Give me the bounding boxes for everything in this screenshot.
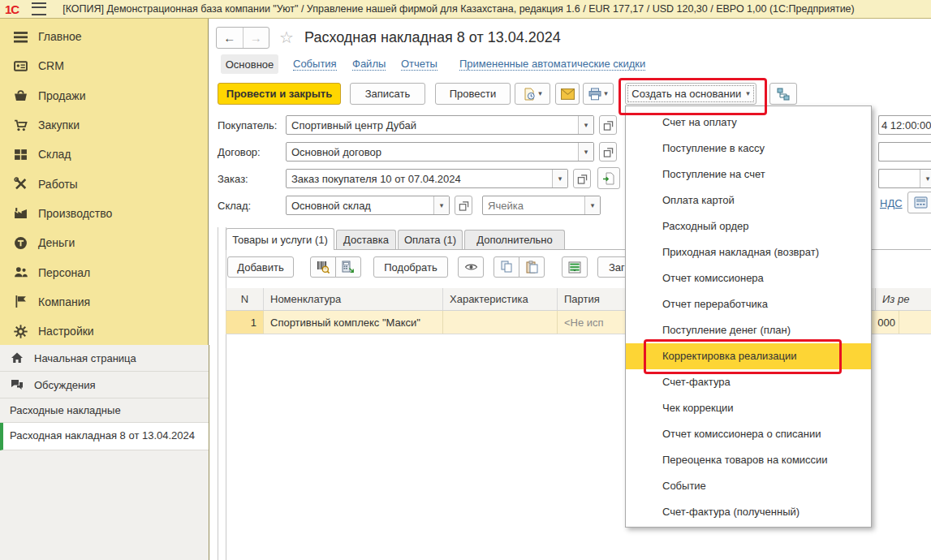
tab-payment[interactable]: Оплата (1) [398, 230, 463, 249]
menu-item-bank-receipt[interactable]: Поступление на счет [626, 162, 871, 187]
sidebar-item-label: Персонал [38, 266, 90, 279]
sidebar-item-crm[interactable]: CRM [0, 51, 208, 80]
tab-events[interactable]: События [293, 58, 337, 71]
warehouse-cell-field[interactable]: ▾ [482, 196, 601, 215]
discussions-item[interactable]: Обсуждения [0, 372, 209, 398]
menu-item-correction-check[interactable]: Чек коррекции [626, 395, 871, 421]
buyer-value: Спортивный центр Дубай [287, 119, 578, 131]
menu-item-commission-goods-revaluation[interactable]: Переоценка товаров на комиссии [626, 447, 871, 473]
order-field[interactable]: Заказ покупателя 10 от 07.04.2024 ▾ [286, 169, 568, 188]
menu-item-commissioner-writeoff-report[interactable]: Отчет комиссионера о списании [626, 421, 871, 447]
sidebar-item-sales[interactable]: Продажи [0, 81, 208, 110]
cell-reserve[interactable] [899, 311, 931, 334]
vat-price-link[interactable]: НДС [880, 197, 903, 209]
sidebar-item-works[interactable]: Работы [0, 169, 208, 198]
right-combo-field[interactable]: ▾ [878, 169, 931, 188]
menu-item-expense-order[interactable]: Расходный ордер [626, 213, 871, 239]
sidebar-item-settings[interactable]: Настройки [0, 317, 208, 346]
document-structure-button[interactable] [769, 83, 797, 105]
sidebar-item-purchases[interactable]: Закупки [0, 110, 208, 140]
send-email-button[interactable] [555, 83, 580, 105]
menu-item-sales-correction[interactable]: Корректировка реализации [626, 343, 871, 369]
menu-item-planned-money-receipt[interactable]: Поступление денег (план) [626, 317, 871, 343]
chevron-down-icon[interactable]: ▾ [578, 143, 593, 161]
chevron-down-icon[interactable]: ▾ [552, 170, 567, 187]
warehouse-value: Основной склад [287, 200, 433, 212]
create-task-button[interactable]: ▾ [515, 83, 550, 105]
chevron-down-icon[interactable]: ▾ [920, 170, 931, 187]
menu-item-tax-invoice[interactable]: Счет-фактура [626, 369, 871, 395]
table-settings-button[interactable] [562, 256, 588, 278]
column-header-characteristic[interactable]: Характеристика [443, 288, 558, 310]
contract-field[interactable]: Основной договор ▾ [286, 142, 594, 162]
tab-goods-services[interactable]: Товары и услуги (1) [226, 228, 334, 250]
sidebar-item-main[interactable]: Главное [0, 22, 208, 51]
menu-item-received-tax-invoice[interactable]: Счет-фактура (полученный) [626, 499, 871, 525]
barcode-scan-button[interactable] [310, 256, 336, 278]
tab-files[interactable]: Файлы [352, 58, 386, 71]
tab-auto-discounts[interactable]: Примененные автоматические скидки [459, 58, 645, 71]
home-page-item[interactable]: Начальная страница [0, 345, 209, 372]
column-header-reserve-fragment[interactable]: Из ре [875, 288, 931, 310]
window-tab-invoices-list[interactable]: Расходные накладные [0, 398, 209, 423]
sidebar-item-money[interactable]: Деньги [0, 228, 208, 257]
post-button[interactable]: Провести [435, 83, 511, 105]
forward-button[interactable]: → [244, 28, 269, 48]
column-header-n[interactable]: N [226, 288, 264, 310]
contract-open-button[interactable] [599, 142, 617, 162]
warehouse-open-button[interactable] [455, 196, 472, 215]
pick-items-button[interactable]: Подобрать [373, 256, 448, 278]
main-menu-icon[interactable] [32, 2, 46, 15]
order-open-button[interactable] [573, 169, 591, 188]
menu-item-commissioner-report[interactable]: Отчет комиссионера [626, 265, 871, 291]
cell-row-number[interactable]: 1 [226, 311, 264, 334]
save-button[interactable]: Записать [350, 83, 425, 105]
envelope-icon [561, 88, 575, 100]
sidebar-item-production[interactable]: Производство [0, 199, 208, 228]
tab-main[interactable]: Основное [221, 54, 278, 74]
chevron-down-icon: ▾ [746, 90, 750, 97]
right-empty-field[interactable] [878, 142, 931, 162]
create-based-on-menu: Счет на оплату Поступление в кассу Посту… [625, 106, 872, 528]
menu-item-return-invoice[interactable]: Приходная накладная (возврат) [626, 239, 871, 265]
tab-additional[interactable]: Дополнительно [464, 230, 565, 249]
menu-item-processor-report[interactable]: Отчет переработчика [626, 291, 871, 317]
buyer-open-button[interactable] [599, 115, 617, 135]
create-based-on-button[interactable]: Создать на основании ▾ [625, 83, 756, 105]
payment-terminal-button[interactable] [907, 192, 931, 213]
post-and-close-button[interactable]: Провести и закрыть [218, 83, 341, 105]
favorite-star-icon[interactable]: ☆ [279, 28, 294, 47]
view-button[interactable] [458, 256, 484, 278]
tab-delivery[interactable]: Доставка [336, 230, 396, 249]
menu-item-cash-receipt[interactable]: Поступление в кассу [626, 136, 871, 162]
window-tab-invoice-8[interactable]: Расходная накладная 8 от 13.04.2024 [0, 423, 209, 450]
paste-rows-button[interactable] [519, 256, 545, 278]
copy-rows-button[interactable] [494, 256, 519, 278]
warehouse-field[interactable]: Основной склад ▾ [286, 196, 450, 215]
warehouse-cell-input[interactable] [483, 200, 584, 212]
menu-item-event[interactable]: Событие [626, 473, 871, 499]
contract-label: Договор: [218, 146, 261, 158]
menu-item-invoice-for-payment[interactable]: Счет на оплату [626, 110, 871, 136]
add-row-button[interactable]: Добавить [227, 256, 294, 278]
sidebar-item-label: Закупки [38, 118, 80, 131]
chevron-down-icon[interactable]: ▾ [584, 196, 600, 214]
cell-nomenclature[interactable]: Спортивный комплекс "Макси" [264, 311, 443, 334]
column-header-nomenclature[interactable]: Номенклатура [264, 288, 443, 310]
chevron-down-icon[interactable]: ▾ [578, 116, 593, 134]
chevron-down-icon[interactable]: ▾ [433, 196, 449, 214]
menu-item-card-payment[interactable]: Оплата картой [626, 187, 871, 213]
cell-characteristic[interactable] [443, 311, 558, 334]
sidebar-item-warehouse[interactable]: Склад [0, 140, 208, 169]
settings-gear-icon [14, 325, 28, 338]
back-button[interactable]: ← [217, 28, 244, 48]
sidebar-item-staff[interactable]: Персонал [0, 257, 208, 286]
print-button[interactable]: ▾ [583, 83, 614, 105]
quantity-calc-button[interactable] [335, 256, 361, 278]
sidebar-item-company[interactable]: Компания [0, 287, 208, 317]
date-field[interactable]: 4 12:00:00 [878, 115, 931, 135]
buyer-field[interactable]: Спортивный центр Дубай ▾ [286, 115, 594, 135]
fill-from-order-button[interactable] [597, 167, 620, 189]
cell-qty-fragment[interactable]: 000 [875, 311, 899, 334]
tab-reports[interactable]: Отчеты [401, 58, 437, 71]
